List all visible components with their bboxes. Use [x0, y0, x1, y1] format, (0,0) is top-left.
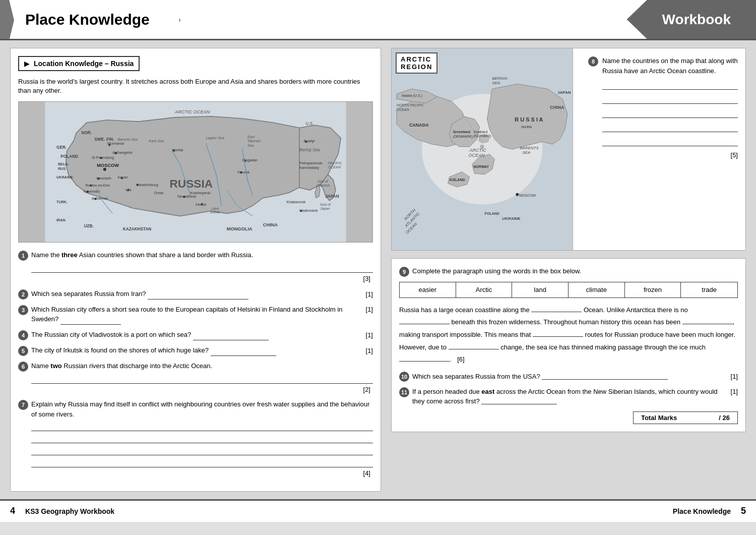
svg-text:Okhotsk: Okhotsk: [317, 183, 330, 188]
svg-text:Yakutsk: Yakutsk: [237, 170, 249, 174]
total-marks-box: Total Marks / 26: [633, 411, 738, 424]
q5-number: 5: [18, 346, 28, 356]
svg-point-59: [114, 152, 116, 154]
svg-text:Kara Sea: Kara Sea: [149, 139, 164, 144]
svg-text:MOSCOW: MOSCOW: [519, 194, 536, 197]
word-box: easier Arctic land climate frozen trade: [399, 282, 738, 298]
russia-map-svg: GER. NOR. SWE. FIN. POLAND BELA- RUS UKR…: [19, 102, 372, 242]
svg-text:Alaska (U.S.): Alaska (U.S.): [402, 94, 422, 98]
q1-marks: [3]: [18, 274, 373, 284]
svg-text:Kamchatsky: Kamchatsky: [299, 165, 320, 170]
q11-number: 11: [399, 387, 409, 397]
svg-text:OCEAN: OCEAN: [397, 108, 410, 111]
svg-point-99: [516, 193, 519, 196]
header-left: Place Knowledge: [0, 0, 180, 39]
q9-fill-2[interactable]: [399, 316, 450, 324]
q8-marks: [5]: [588, 151, 738, 159]
svg-text:Anadyr: Anadyr: [303, 139, 315, 144]
total-marks-label: Total Marks: [641, 414, 677, 422]
svg-point-102: [480, 145, 484, 149]
svg-text:OCEAN: OCEAN: [328, 165, 341, 169]
svg-text:TURK.: TURK.: [56, 200, 68, 204]
q9-fill-3[interactable]: [682, 316, 733, 324]
svg-text:Yekaterinburg: Yekaterinburg: [136, 183, 158, 187]
footer-subtitle-right: Place Knowledge: [673, 507, 731, 515]
q9-fill-text: Russia has a large ocean coastline along…: [399, 304, 738, 366]
q9-number: 9: [399, 267, 409, 277]
svg-point-65: [300, 210, 302, 212]
q9-fill-4[interactable]: [533, 329, 583, 337]
svg-point-64: [305, 141, 307, 143]
svg-point-61: [173, 150, 175, 152]
svg-point-58: [100, 157, 102, 159]
question-4: 4 The Russian city of Vladivostok is a p…: [18, 330, 373, 340]
question-7: 7 Explain why Russia may find itself in …: [18, 399, 373, 479]
q2-number: 2: [18, 289, 28, 300]
q4-marks: [1]: [366, 330, 373, 340]
header-left-arrow-right: [155, 0, 180, 40]
q9-fill-1[interactable]: [531, 304, 582, 312]
footer: 4 KS3 Geography Workbook Place Knowledge…: [0, 499, 756, 522]
question-11: 11 If a person headed due east across th…: [399, 387, 738, 406]
svg-text:Japan: Japan: [320, 207, 330, 211]
svg-point-63: [240, 171, 242, 173]
q10-answer[interactable]: [542, 372, 668, 380]
svg-text:POLAND: POLAND: [60, 155, 78, 159]
svg-text:SEA: SEA: [522, 150, 530, 155]
svg-point-69: [127, 189, 129, 191]
svg-point-70: [121, 177, 123, 180]
svg-text:St Petersburg: St Petersburg: [92, 156, 114, 160]
q1-text: Name the three Asian countries shown tha…: [31, 250, 373, 260]
svg-text:Omsk: Omsk: [154, 191, 164, 196]
svg-text:Laptev Sea: Laptev Sea: [206, 136, 224, 141]
q1-answer-line[interactable]: [31, 264, 373, 273]
total-marks-value: / 26: [719, 414, 730, 422]
question-6: 6 Name two Russian rivers that discharge…: [18, 361, 373, 395]
svg-text:(NORWAY): (NORWAY): [474, 134, 491, 138]
right-panel: R U S S I A CANADA Alaska (U.S.) Greenla…: [391, 48, 746, 492]
arctic-region-label: ARCTICREGION: [396, 52, 437, 74]
q10-number: 10: [399, 372, 409, 382]
q6-marks: [2]: [18, 385, 373, 395]
header-left-arrow: [0, 0, 14, 40]
svg-text:ARCTIC OCEAN: ARCTIC OCEAN: [174, 109, 210, 114]
svg-point-68: [137, 184, 139, 186]
svg-text:POLAND: POLAND: [484, 212, 499, 215]
page-title: Place Knowledge: [8, 11, 180, 28]
q4-answer[interactable]: [193, 330, 269, 340]
q11-answer[interactable]: [481, 396, 557, 404]
svg-text:OCEAN: OCEAN: [469, 153, 485, 158]
q8-header: 8 Name the countries on the map that alo…: [588, 56, 738, 76]
q5-answer[interactable]: [211, 345, 276, 356]
svg-text:Sea: Sea: [247, 143, 254, 148]
section-title: Location Knowledge – Russia: [34, 60, 134, 68]
svg-text:Svalbard: Svalbard: [474, 130, 488, 134]
arctic-map-svg: R U S S I A CANADA Alaska (U.S.) Greenla…: [392, 48, 573, 250]
q8-area: 8 Name the countries on the map that alo…: [581, 48, 745, 250]
q6-text: Name two Russian rivers that discharge i…: [31, 361, 373, 371]
q1-number: 1: [18, 251, 28, 261]
svg-text:Norilsk: Norilsk: [521, 125, 532, 129]
footer-page-left: 4: [10, 506, 15, 516]
q2-answer[interactable]: [148, 289, 248, 300]
footer-right: Place Knowledge 5: [673, 506, 746, 516]
svg-text:NORTH PACIFIC: NORTH PACIFIC: [397, 103, 424, 107]
svg-text:NORWAY: NORWAY: [474, 165, 489, 168]
q9-fill-6[interactable]: [399, 353, 450, 362]
question-5: 5 The city of Irkutsk is found on the sh…: [18, 345, 373, 356]
svg-text:RUS: RUS: [58, 166, 66, 171]
svg-text:CHINA: CHINA: [263, 222, 278, 227]
q11-marks: [1]: [731, 387, 738, 397]
svg-text:Petropavlovsk-: Petropavlovsk-: [299, 161, 324, 165]
header-right: Workbook: [627, 0, 756, 39]
left-panel: Location Knowledge – Russia Russia is th…: [10, 48, 381, 492]
svg-text:(DENMARK): (DENMARK): [453, 135, 473, 139]
svg-text:ICELAND: ICELAND: [450, 178, 465, 182]
q9-fill-5[interactable]: [449, 341, 499, 349]
svg-point-30: [103, 168, 106, 171]
svg-point-74: [94, 198, 96, 200]
q3-answer[interactable]: [60, 314, 121, 325]
svg-text:SWE.: SWE.: [94, 138, 105, 142]
q6-number: 6: [18, 362, 28, 372]
workbook-title: Workbook: [662, 12, 731, 28]
